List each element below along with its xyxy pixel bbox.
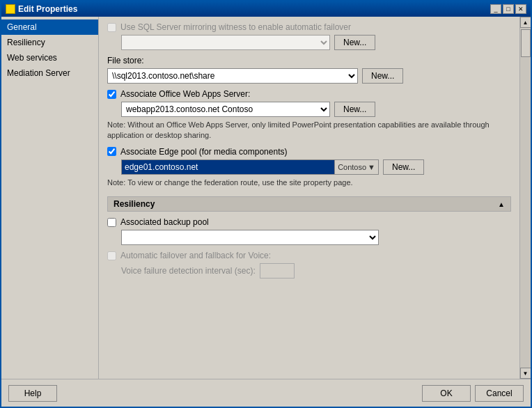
sidebar-item-mediation-server[interactable]: Mediation Server	[1, 65, 98, 81]
file-store-row: \\sql2013.contoso.net\share New...	[107, 68, 511, 84]
office-web-apps-new-button[interactable]: New...	[334, 102, 375, 117]
app-icon	[6, 4, 15, 14]
office-web-apps-checkbox[interactable]	[107, 90, 116, 99]
edge-pool-section: Associate Edge pool (for media component…	[107, 147, 511, 188]
backup-pool-section: Associated backup pool	[107, 217, 511, 245]
sql-mirror-section: Use SQL Server mirroring witness to enab…	[107, 22, 511, 50]
sidebar-item-resiliency[interactable]: Resiliency	[1, 35, 98, 50]
edge-select-container[interactable]: edge01.contoso.net Contoso ▼	[121, 159, 379, 175]
file-store-section: File store: \\sql2013.contoso.net\share …	[107, 56, 511, 84]
voice-detection-input[interactable]	[260, 263, 295, 278]
edge-pool-field-row: edge01.contoso.net Contoso ▼ New...	[107, 159, 511, 175]
backup-pool-label: Associated backup pool	[120, 217, 209, 227]
content-area: Use SQL Server mirroring witness to enab…	[99, 17, 519, 379]
ok-button[interactable]: OK	[422, 385, 471, 402]
sql-mirror-row: Use SQL Server mirroring witness to enab…	[107, 22, 511, 32]
office-web-apps-note: Note: Without an Office Web Apps Server,…	[107, 120, 497, 141]
file-store-new-button[interactable]: New...	[362, 68, 403, 84]
file-store-label: File store:	[107, 56, 511, 65]
sidebar-item-web-services[interactable]: Web services	[1, 50, 98, 65]
resiliency-collapse-icon[interactable]: ▲	[498, 201, 505, 208]
auto-failover-section: Automatic failover and fallback for Voic…	[107, 251, 511, 278]
auto-failover-label: Automatic failover and fallback for Voic…	[120, 251, 271, 260]
window-title: Edit Properties	[18, 4, 77, 14]
voice-detection-row: Voice failure detection interval (sec):	[107, 263, 511, 278]
edge-pool-label: Associate Edge pool (for media component…	[120, 147, 287, 157]
maximize-button[interactable]: □	[503, 4, 514, 14]
scroll-thumb[interactable]	[521, 29, 531, 57]
sql-mirror-label: Use SQL Server mirroring witness to enab…	[120, 22, 351, 32]
sidebar-item-general[interactable]: General	[1, 19, 98, 35]
auto-failover-checkbox[interactable]	[107, 251, 116, 260]
titlebar-controls: _ □ ✕	[490, 4, 526, 14]
auto-failover-checkbox-row: Automatic failover and fallback for Voic…	[107, 251, 511, 260]
office-web-apps-select[interactable]: webapp2013.contoso.net Contoso	[121, 102, 330, 117]
backup-pool-checkbox-row: Associated backup pool	[107, 217, 511, 227]
sidebar: General Resiliency Web services Mediatio…	[1, 17, 99, 379]
edge-select-label: Contoso ▼	[334, 160, 378, 174]
bottom-right-buttons: OK Cancel	[422, 385, 524, 402]
office-web-apps-label: Associate Office Web Apps Server:	[120, 89, 250, 99]
scroll-up-button[interactable]: ▲	[520, 17, 531, 28]
edge-pool-new-button[interactable]: New...	[383, 159, 424, 175]
sql-mirror-select[interactable]	[121, 35, 330, 50]
main-layout: General Resiliency Web services Mediatio…	[1, 17, 531, 379]
office-web-apps-checkbox-row: Associate Office Web Apps Server:	[107, 89, 511, 99]
close-button[interactable]: ✕	[515, 4, 526, 14]
edge-dropdown-arrow[interactable]: ▼	[368, 163, 375, 171]
scroll-down-button[interactable]: ▼	[520, 368, 531, 379]
cancel-button[interactable]: Cancel	[475, 385, 524, 402]
help-button[interactable]: Help	[8, 385, 57, 402]
office-web-apps-section: Associate Office Web Apps Server: webapp…	[107, 89, 511, 141]
titlebar-title: Edit Properties	[6, 4, 77, 14]
scroll-track	[520, 28, 531, 368]
resiliency-title: Resiliency	[114, 199, 155, 209]
edge-select-value: edge01.contoso.net	[122, 160, 334, 174]
sql-mirror-checkbox[interactable]	[107, 23, 116, 32]
office-web-apps-field-row: webapp2013.contoso.net Contoso New...	[107, 102, 511, 117]
edit-properties-window: Edit Properties _ □ ✕ General Resiliency…	[0, 0, 532, 408]
file-store-select[interactable]: \\sql2013.contoso.net\share	[107, 68, 358, 84]
edge-pool-checkbox-row: Associate Edge pool (for media component…	[107, 147, 511, 157]
titlebar: Edit Properties _ □ ✕	[1, 1, 531, 17]
backup-pool-select[interactable]	[121, 230, 379, 245]
minimize-button[interactable]: _	[490, 4, 501, 14]
sql-mirror-new-button[interactable]: New...	[334, 35, 375, 50]
sql-mirror-field-row: New...	[107, 35, 511, 50]
bottom-bar: Help OK Cancel	[1, 379, 531, 407]
resiliency-section-header: Resiliency ▲	[107, 196, 511, 212]
voice-detection-label: Voice failure detection interval (sec):	[121, 266, 256, 276]
backup-pool-field-row	[107, 230, 511, 245]
scrollbar: ▲ ▼	[519, 17, 531, 379]
edge-pool-checkbox[interactable]	[107, 147, 116, 156]
backup-pool-checkbox[interactable]	[107, 218, 116, 227]
edge-pool-note: Note: To view or change the federation r…	[107, 178, 497, 188]
